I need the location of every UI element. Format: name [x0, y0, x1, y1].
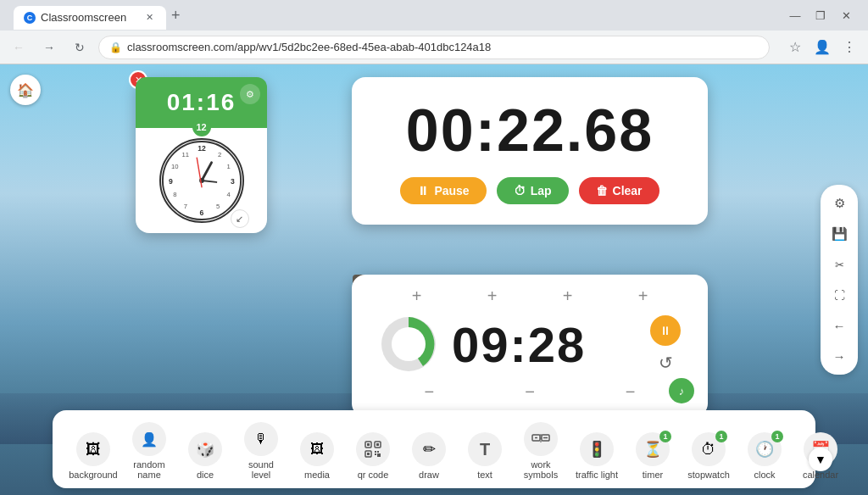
svg-rect-25 [375, 451, 376, 453]
text-label: text [477, 470, 492, 480]
clock-svg: 12 3 6 9 2 1 4 5 7 8 10 11 [161, 138, 242, 223]
timer-reset-button[interactable]: ↺ [659, 353, 673, 373]
address-bar: ← → ↻ 🔒 classroomscreen.com/app/wv1/5d2b… [0, 31, 868, 64]
refresh-button[interactable]: ↻ [68, 36, 92, 59]
sidebar-cut-button[interactable]: ✂ [826, 251, 853, 278]
right-sidebar: ⚙ 💾 ✂ ⛶ ← → [821, 185, 858, 375]
clock-expand-button[interactable]: ↙ [231, 209, 249, 228]
sidebar-back-button[interactable]: ← [826, 312, 853, 339]
title-bar: C Classroomscreen ✕ + — ❐ ✕ [0, 0, 868, 31]
toolbar-item-random-name[interactable]: 👤 random name [122, 419, 176, 483]
timer-plus-seconds[interactable]: + [556, 285, 580, 308]
save-icon: 💾 [832, 226, 848, 242]
svg-text:11: 11 [181, 151, 189, 159]
toolbar-item-stopwatch[interactable]: ⏱ 1 stopwatch [682, 429, 736, 483]
back-icon: ← [833, 319, 846, 333]
tab-favicon: C [24, 12, 36, 24]
profile-button[interactable]: 👤 [810, 36, 834, 59]
dice-label: dice [197, 470, 214, 480]
timer-plus-minutes[interactable]: + [481, 285, 504, 308]
timer-pause-button[interactable]: ⏸ [650, 315, 681, 346]
app-content: 🏠 ✕ ⚙ 01:16 12 12 3 6 9 [0, 64, 868, 495]
sound-level-label: sound level [239, 459, 283, 480]
back-button[interactable]: ← [7, 36, 31, 59]
clock-badge-toolbar: 1 [771, 431, 783, 442]
active-tab[interactable]: C Classroomscreen ✕ [14, 6, 166, 30]
work-symbols-icon [524, 422, 558, 456]
clock-badge: 12 [192, 118, 211, 136]
clock-widget: ✕ ⚙ 01:16 12 12 3 6 9 2 1 [136, 77, 267, 233]
work-symbols-label: work symbols [519, 459, 563, 480]
new-tab-button[interactable]: + [166, 2, 186, 30]
toolbar-item-text[interactable]: T text [458, 429, 512, 483]
scroll-down-icon: ▼ [815, 453, 826, 466]
svg-text:6: 6 [199, 209, 203, 217]
url-bar[interactable]: 🔒 classroomscreen.com/app/wv1/5d2bc2ee-6… [98, 36, 770, 59]
toolbar-item-clock[interactable]: 🕐 1 clock [737, 429, 792, 483]
bottom-toolbar: 🖼 background 👤 random name 🎲 dice 🎙 soun… [53, 410, 815, 488]
clock-settings-button[interactable]: ⚙ [240, 84, 260, 104]
sidebar-save-button[interactable]: 💾 [826, 220, 853, 248]
expand-icon: ⛶ [834, 289, 845, 302]
maximize-button[interactable]: ❐ [809, 3, 832, 27]
browser-toolbar: ☆ 👤 ⋮ [783, 36, 861, 59]
svg-text:8: 8 [173, 191, 176, 198]
forward-button[interactable]: → [37, 36, 61, 59]
timer-music-icon: ♪ [679, 385, 685, 398]
bookmark-button[interactable]: ☆ [783, 36, 807, 59]
text-icon: T [468, 432, 502, 466]
close-window-button[interactable]: ✕ [834, 3, 858, 27]
toolbar-item-timer[interactable]: ⏳ 1 timer [626, 429, 680, 483]
timer-bottom-controls: − − − [379, 374, 681, 403]
tab-title: Classroomscreen [41, 11, 126, 24]
stopwatch-icon: ⏱ 1 [692, 432, 726, 466]
sidebar-settings-button[interactable]: ⚙ [826, 190, 853, 217]
timer-right-controls: ⏸ ↺ [650, 315, 681, 373]
timer-main: 09:28 ⏸ ↺ [379, 314, 681, 374]
svg-text:12: 12 [198, 144, 206, 153]
svg-text:9: 9 [169, 177, 173, 186]
toolbar-item-background[interactable]: 🖼 background [66, 429, 120, 483]
pause-button[interactable]: ⏸ Pause [400, 177, 486, 204]
svg-rect-28 [377, 453, 381, 457]
sidebar-forward-button[interactable]: → [826, 342, 853, 370]
timer-reset-icon: ↺ [659, 353, 673, 372]
toolbar-item-draw[interactable]: ✏ draw [402, 429, 456, 483]
lap-button[interactable]: ⏱ Lap [497, 177, 569, 204]
toolbar-item-traffic-light[interactable]: 🚦 traffic light [570, 429, 624, 483]
menu-button[interactable]: ⋮ [837, 36, 861, 59]
timer-minus-minutes[interactable]: − [518, 381, 542, 403]
timer-plus-extra[interactable]: + [632, 285, 655, 308]
svg-point-18 [392, 327, 426, 361]
toolbar-item-qr-code[interactable]: qr code [346, 429, 400, 483]
timer-pause-icon: ⏸ [659, 324, 671, 337]
toolbar-item-media[interactable]: 🖼 media [290, 429, 344, 483]
home-button[interactable]: 🏠 [10, 75, 41, 105]
forward-icon: → [833, 349, 846, 364]
clear-button[interactable]: 🗑 Clear [579, 177, 659, 204]
timer-top-controls: + + + + [379, 281, 681, 314]
timer-pie [379, 314, 438, 374]
toolbar-item-dice[interactable]: 🎲 dice [178, 429, 232, 483]
svg-text:2: 2 [217, 151, 220, 159]
svg-text:3: 3 [231, 177, 235, 186]
sidebar-expand-button[interactable]: ⛶ [826, 281, 853, 309]
clock-toolbar-icon: 🕐 1 [748, 432, 782, 466]
clock-body: 12 3 6 9 2 1 4 5 7 8 10 11 [136, 128, 267, 233]
minimize-button[interactable]: — [783, 3, 807, 27]
svg-text:4: 4 [226, 191, 231, 198]
svg-text:7: 7 [183, 203, 186, 210]
toolbar-scroll-down-button[interactable]: ▼ [809, 448, 832, 471]
background-label: background [69, 470, 118, 480]
timer-minus-seconds[interactable]: − [619, 381, 643, 403]
timer-music-button[interactable]: ♪ [669, 378, 694, 403]
svg-text:1: 1 [226, 163, 230, 170]
tab-close-button[interactable]: ✕ [142, 11, 156, 25]
toolbar-item-sound-level[interactable]: 🎙 sound level [234, 419, 288, 483]
media-label: media [304, 470, 330, 480]
toolbar-item-work-symbols[interactable]: work symbols [514, 419, 568, 483]
timer-plus-hours[interactable]: + [405, 285, 429, 308]
cut-icon: ✂ [835, 259, 844, 271]
timer-minus-hours[interactable]: − [417, 381, 441, 403]
stopwatch-badge: 1 [715, 431, 727, 442]
